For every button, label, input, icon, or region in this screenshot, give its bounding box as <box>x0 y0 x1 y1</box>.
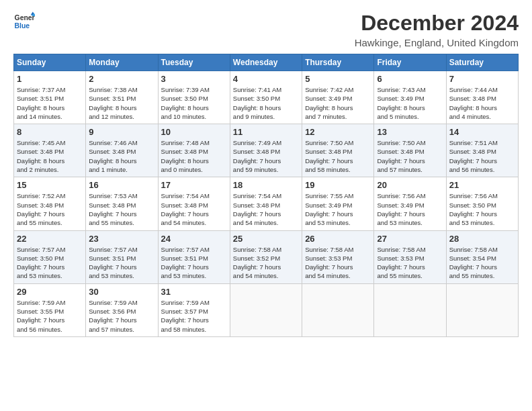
cell-content: Sunrise: 7:48 AM Sunset: 3:48 PM Dayligh… <box>161 138 227 174</box>
day-number: 30 <box>89 287 154 297</box>
cell-content: Sunrise: 7:45 AM Sunset: 3:48 PM Dayligh… <box>17 138 83 174</box>
calendar-cell: 8Sunrise: 7:45 AM Sunset: 3:48 PM Daylig… <box>14 124 86 177</box>
cell-content: Sunrise: 7:44 AM Sunset: 3:48 PM Dayligh… <box>449 85 515 121</box>
day-number: 24 <box>161 234 227 244</box>
day-number: 12 <box>305 127 371 137</box>
cell-content: Sunrise: 7:58 AM Sunset: 3:52 PM Dayligh… <box>233 245 299 281</box>
day-number: 7 <box>449 74 515 84</box>
day-number: 31 <box>161 287 227 297</box>
calendar-cell: 29Sunrise: 7:59 AM Sunset: 3:55 PM Dayli… <box>14 283 86 336</box>
day-number: 4 <box>233 74 299 84</box>
day-number: 8 <box>17 127 83 137</box>
calendar-cell: 1Sunrise: 7:37 AM Sunset: 3:51 PM Daylig… <box>14 71 86 124</box>
cell-content: Sunrise: 7:39 AM Sunset: 3:50 PM Dayligh… <box>161 85 227 121</box>
day-number: 11 <box>233 127 299 137</box>
cell-content: Sunrise: 7:56 AM Sunset: 3:49 PM Dayligh… <box>377 191 443 227</box>
day-number: 20 <box>377 180 443 190</box>
cell-content: Sunrise: 7:58 AM Sunset: 3:53 PM Dayligh… <box>305 245 371 281</box>
calendar-cell: 30Sunrise: 7:59 AM Sunset: 3:56 PM Dayli… <box>86 283 158 336</box>
day-number: 1 <box>17 74 83 84</box>
calendar-cell: 3Sunrise: 7:39 AM Sunset: 3:50 PM Daylig… <box>158 71 230 124</box>
calendar-cell: 15Sunrise: 7:52 AM Sunset: 3:48 PM Dayli… <box>14 177 86 230</box>
day-number: 3 <box>161 74 227 84</box>
calendar-cell <box>446 283 518 336</box>
day-header-sunday: Sunday <box>14 54 86 71</box>
calendar-cell: 11Sunrise: 7:49 AM Sunset: 3:48 PM Dayli… <box>230 124 302 177</box>
day-header-wednesday: Wednesday <box>230 54 302 71</box>
calendar-cell: 5Sunrise: 7:42 AM Sunset: 3:49 PM Daylig… <box>302 71 374 124</box>
calendar-cell: 19Sunrise: 7:55 AM Sunset: 3:49 PM Dayli… <box>302 177 374 230</box>
cell-content: Sunrise: 7:42 AM Sunset: 3:49 PM Dayligh… <box>305 85 371 121</box>
day-number: 19 <box>305 180 371 190</box>
cell-content: Sunrise: 7:57 AM Sunset: 3:51 PM Dayligh… <box>89 245 154 281</box>
logo: General Blue <box>13 11 35 32</box>
calendar-cell: 23Sunrise: 7:57 AM Sunset: 3:51 PM Dayli… <box>86 230 158 283</box>
day-number: 16 <box>89 180 154 190</box>
cell-content: Sunrise: 7:54 AM Sunset: 3:48 PM Dayligh… <box>161 191 227 227</box>
calendar-cell: 13Sunrise: 7:50 AM Sunset: 3:48 PM Dayli… <box>374 124 446 177</box>
page: General Blue December 2024 Hawkinge, Eng… <box>0 0 532 411</box>
calendar-cell: 2Sunrise: 7:38 AM Sunset: 3:51 PM Daylig… <box>86 71 158 124</box>
cell-content: Sunrise: 7:46 AM Sunset: 3:48 PM Dayligh… <box>89 138 154 174</box>
cell-content: Sunrise: 7:58 AM Sunset: 3:54 PM Dayligh… <box>449 245 515 281</box>
cell-content: Sunrise: 7:59 AM Sunset: 3:56 PM Dayligh… <box>89 298 154 334</box>
day-number: 26 <box>305 234 371 244</box>
day-number: 18 <box>233 180 299 190</box>
calendar-cell <box>374 283 446 336</box>
cell-content: Sunrise: 7:50 AM Sunset: 3:48 PM Dayligh… <box>305 138 371 174</box>
calendar-week-5: 29Sunrise: 7:59 AM Sunset: 3:55 PM Dayli… <box>14 283 519 336</box>
cell-content: Sunrise: 7:38 AM Sunset: 3:51 PM Dayligh… <box>89 85 154 121</box>
cell-content: Sunrise: 7:56 AM Sunset: 3:50 PM Dayligh… <box>449 191 515 227</box>
svg-text:Blue: Blue <box>15 22 30 30</box>
calendar-cell <box>230 283 302 336</box>
calendar-cell: 21Sunrise: 7:56 AM Sunset: 3:50 PM Dayli… <box>446 177 518 230</box>
day-number: 9 <box>89 127 154 137</box>
calendar-cell: 24Sunrise: 7:57 AM Sunset: 3:51 PM Dayli… <box>158 230 230 283</box>
cell-content: Sunrise: 7:58 AM Sunset: 3:53 PM Dayligh… <box>377 245 443 281</box>
calendar-cell: 16Sunrise: 7:53 AM Sunset: 3:48 PM Dayli… <box>86 177 158 230</box>
day-number: 17 <box>161 180 227 190</box>
calendar-cell: 14Sunrise: 7:51 AM Sunset: 3:48 PM Dayli… <box>446 124 518 177</box>
day-number: 21 <box>449 180 515 190</box>
logo-icon: General Blue <box>13 11 35 32</box>
day-number: 10 <box>161 127 227 137</box>
day-number: 23 <box>89 234 154 244</box>
cell-content: Sunrise: 7:41 AM Sunset: 3:50 PM Dayligh… <box>233 85 299 121</box>
calendar-cell: 27Sunrise: 7:58 AM Sunset: 3:53 PM Dayli… <box>374 230 446 283</box>
cell-content: Sunrise: 7:55 AM Sunset: 3:49 PM Dayligh… <box>305 191 371 227</box>
day-number: 29 <box>17 287 83 297</box>
day-number: 25 <box>233 234 299 244</box>
calendar-cell: 28Sunrise: 7:58 AM Sunset: 3:54 PM Dayli… <box>446 230 518 283</box>
cell-content: Sunrise: 7:53 AM Sunset: 3:48 PM Dayligh… <box>89 191 154 227</box>
day-number: 22 <box>17 234 83 244</box>
day-number: 5 <box>305 74 371 84</box>
calendar-week-2: 8Sunrise: 7:45 AM Sunset: 3:48 PM Daylig… <box>14 124 519 177</box>
calendar-week-1: 1Sunrise: 7:37 AM Sunset: 3:51 PM Daylig… <box>14 71 519 124</box>
cell-content: Sunrise: 7:54 AM Sunset: 3:48 PM Dayligh… <box>233 191 299 227</box>
header: General Blue December 2024 Hawkinge, Eng… <box>13 11 519 48</box>
calendar-body: 1Sunrise: 7:37 AM Sunset: 3:51 PM Daylig… <box>14 71 519 337</box>
cell-content: Sunrise: 7:59 AM Sunset: 3:57 PM Dayligh… <box>161 298 227 334</box>
calendar-cell: 22Sunrise: 7:57 AM Sunset: 3:50 PM Dayli… <box>14 230 86 283</box>
day-number: 28 <box>449 234 515 244</box>
day-header-friday: Friday <box>374 54 446 71</box>
day-header-tuesday: Tuesday <box>158 54 230 71</box>
day-header-saturday: Saturday <box>446 54 518 71</box>
calendar-cell: 20Sunrise: 7:56 AM Sunset: 3:49 PM Dayli… <box>374 177 446 230</box>
calendar-week-3: 15Sunrise: 7:52 AM Sunset: 3:48 PM Dayli… <box>14 177 519 230</box>
month-title: December 2024 <box>355 11 519 36</box>
day-header-thursday: Thursday <box>302 54 374 71</box>
calendar-cell: 31Sunrise: 7:59 AM Sunset: 3:57 PM Dayli… <box>158 283 230 336</box>
day-number: 27 <box>377 234 443 244</box>
calendar-table: SundayMondayTuesdayWednesdayThursdayFrid… <box>13 54 519 337</box>
calendar-cell: 26Sunrise: 7:58 AM Sunset: 3:53 PM Dayli… <box>302 230 374 283</box>
cell-content: Sunrise: 7:43 AM Sunset: 3:49 PM Dayligh… <box>377 85 443 121</box>
cell-content: Sunrise: 7:50 AM Sunset: 3:48 PM Dayligh… <box>377 138 443 174</box>
calendar-cell: 6Sunrise: 7:43 AM Sunset: 3:49 PM Daylig… <box>374 71 446 124</box>
cell-content: Sunrise: 7:57 AM Sunset: 3:51 PM Dayligh… <box>161 245 227 281</box>
location: Hawkinge, England, United Kingdom <box>355 37 519 48</box>
day-number: 14 <box>449 127 515 137</box>
cell-content: Sunrise: 7:59 AM Sunset: 3:55 PM Dayligh… <box>17 298 83 334</box>
calendar-cell: 7Sunrise: 7:44 AM Sunset: 3:48 PM Daylig… <box>446 71 518 124</box>
calendar-cell: 4Sunrise: 7:41 AM Sunset: 3:50 PM Daylig… <box>230 71 302 124</box>
